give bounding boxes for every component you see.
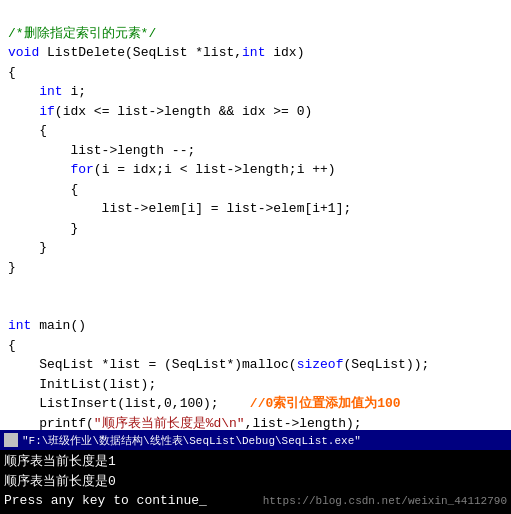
code-line xyxy=(8,297,503,317)
output-line: 顺序表当前长度是0 xyxy=(4,472,507,492)
code-editor: /*删除指定索引的元素*/void ListDelete(SeqList *li… xyxy=(0,0,511,430)
code-line: int main() xyxy=(8,316,503,336)
code-line: ListInsert(list,0,100); //0索引位置添加值为100 xyxy=(8,394,503,414)
code-line: { xyxy=(8,180,503,200)
terminal-icon xyxy=(4,433,18,447)
code-line: SeqList *list = (SeqList*)malloc(sizeof(… xyxy=(8,355,503,375)
code-line xyxy=(8,277,503,297)
terminal-output: 顺序表当前长度是1顺序表当前长度是0Press any key to conti… xyxy=(0,450,511,514)
code-line xyxy=(8,4,503,24)
output-line: 顺序表当前长度是1 xyxy=(4,452,507,472)
code-line: /*删除指定索引的元素*/ xyxy=(8,24,503,44)
code-line: InitList(list); xyxy=(8,375,503,395)
terminal-title: "F:\班级作业\数据结构\线性表\SeqList\Debug\SeqList.… xyxy=(22,433,361,448)
code-line: int i; xyxy=(8,82,503,102)
code-line: } xyxy=(8,258,503,278)
code-line: } xyxy=(8,219,503,239)
code-line: } xyxy=(8,238,503,258)
url-text: https://blog.csdn.net/weixin_44112790 xyxy=(263,493,507,510)
code-line: list->elem[i] = list->elem[i+1]; xyxy=(8,199,503,219)
code-line: list->length --; xyxy=(8,141,503,161)
code-line: printf("顺序表当前长度是%d\n",list->length); xyxy=(8,414,503,431)
terminal-titlebar: "F:\班级作业\数据结构\线性表\SeqList\Debug\SeqList.… xyxy=(0,430,511,450)
code-line: for(i = idx;i < list->length;i ++) xyxy=(8,160,503,180)
code-line: if(idx <= list->length && idx >= 0) xyxy=(8,102,503,122)
press-line: Press any key to continue_https://blog.c… xyxy=(4,491,507,511)
code-line: { xyxy=(8,121,503,141)
code-line: { xyxy=(8,63,503,83)
press-text: Press any key to continue_ xyxy=(4,491,207,511)
code-line: { xyxy=(8,336,503,356)
code-line: void ListDelete(SeqList *list,int idx) xyxy=(8,43,503,63)
